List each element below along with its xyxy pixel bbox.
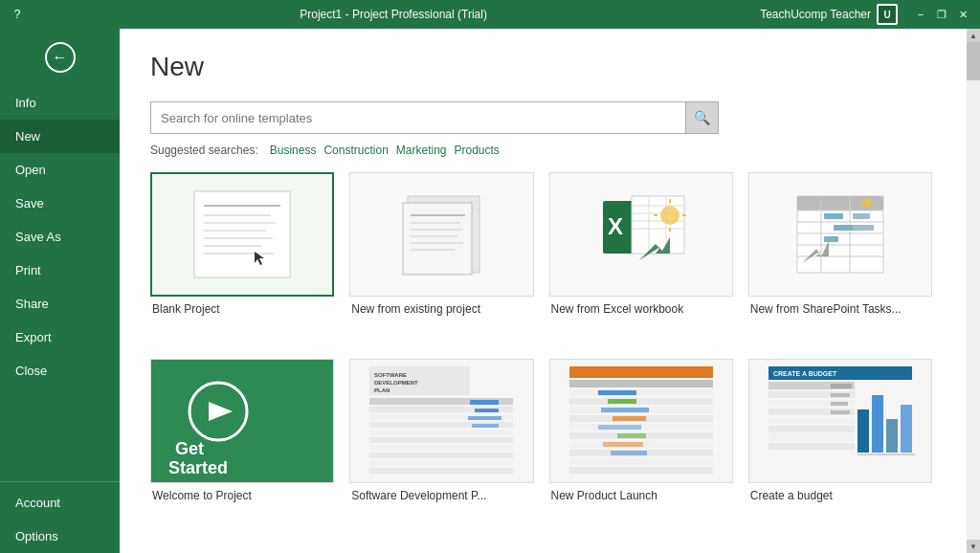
- budget-label: Create a budget: [748, 489, 932, 502]
- sidebar-item-open[interactable]: Open: [0, 153, 120, 187]
- svg-rect-74: [470, 400, 499, 405]
- budget-svg: CREATE A BUDGET: [764, 362, 917, 481]
- software-thumb: SOFTWARE DEVELOPMENT PLAN: [349, 359, 533, 483]
- svg-rect-113: [901, 405, 912, 453]
- software-svg: SOFTWARE DEVELOPMENT PLAN: [365, 362, 518, 481]
- suggested-products[interactable]: Products: [455, 144, 500, 157]
- close-button[interactable]: ✕: [953, 5, 972, 24]
- svg-rect-109: [768, 443, 855, 450]
- svg-rect-116: [831, 393, 850, 397]
- back-icon: ←: [45, 42, 76, 73]
- scrollbar-thumb[interactable]: [967, 42, 980, 80]
- sidebar-item-info[interactable]: Info: [0, 86, 120, 120]
- sidebar-item-export[interactable]: Export: [0, 321, 120, 354]
- search-button[interactable]: 🔍: [686, 101, 719, 134]
- template-welcome[interactable]: Get Started Welcome to Project: [150, 359, 334, 530]
- svg-rect-69: [369, 437, 513, 443]
- scroll-up-button[interactable]: ▲: [967, 29, 980, 42]
- sidebar-item-options[interactable]: Options: [0, 520, 120, 553]
- suggested-marketing[interactable]: Marketing: [396, 144, 447, 157]
- svg-rect-83: [569, 398, 713, 405]
- svg-rect-92: [617, 433, 646, 438]
- svg-rect-47: [824, 213, 843, 219]
- scroll-down-button[interactable]: ▼: [967, 540, 980, 553]
- template-grid: Blank Project: [150, 172, 936, 530]
- svg-text:Started: Started: [168, 458, 228, 477]
- budget-thumb: CREATE A BUDGET: [748, 359, 932, 483]
- svg-rect-96: [611, 451, 647, 455]
- svg-rect-80: [569, 380, 713, 387]
- svg-rect-49: [824, 236, 838, 242]
- svg-rect-108: [768, 434, 855, 441]
- svg-rect-98: [569, 467, 713, 474]
- sidebar-item-account[interactable]: Account: [0, 486, 120, 520]
- svg-rect-97: [569, 458, 713, 465]
- svg-text:Get: Get: [175, 439, 204, 458]
- welcome-label: Welcome to Project: [150, 489, 334, 502]
- existing-label: New from existing project: [349, 302, 533, 316]
- sidebar-item-print[interactable]: Print: [0, 254, 120, 287]
- content-area: New 🔍 Suggested searches: Business Const…: [120, 29, 967, 553]
- sidebar-divider: [0, 481, 120, 482]
- svg-rect-84: [608, 399, 636, 404]
- suggested-business[interactable]: Business: [270, 144, 317, 157]
- template-excel[interactable]: X: [549, 172, 733, 343]
- app-title: Project1 - Project Professional (Trial): [27, 8, 760, 21]
- svg-rect-76: [468, 416, 501, 420]
- sidebar-item-save-as[interactable]: Save As: [0, 220, 120, 254]
- existing-project-svg: [384, 182, 499, 287]
- svg-rect-111: [872, 395, 883, 453]
- welcome-thumb: Get Started: [150, 359, 334, 483]
- svg-rect-112: [886, 419, 898, 453]
- minimize-button[interactable]: −: [911, 5, 930, 24]
- product-launch-svg: [565, 362, 718, 481]
- template-existing[interactable]: New from existing project: [349, 172, 533, 343]
- product-launch-label: New Product Launch: [549, 489, 733, 502]
- svg-text:PLAN: PLAN: [374, 387, 390, 393]
- svg-rect-75: [475, 409, 499, 412]
- svg-rect-110: [858, 409, 869, 453]
- back-button[interactable]: ←: [0, 29, 120, 86]
- template-blank[interactable]: Blank Project: [150, 172, 334, 343]
- welcome-svg: Get Started: [161, 359, 323, 483]
- svg-rect-118: [831, 410, 850, 414]
- scrollbar: ▲ ▼: [967, 29, 980, 553]
- product-launch-thumb: [549, 359, 733, 483]
- sidebar-bottom: Account Options: [0, 477, 120, 553]
- suggested-searches: Suggested searches: Business Constructio…: [150, 144, 936, 157]
- svg-rect-70: [369, 445, 513, 451]
- svg-rect-106: [768, 417, 855, 424]
- svg-rect-86: [601, 408, 649, 412]
- svg-point-33: [660, 206, 679, 225]
- blank-project-svg: [189, 187, 295, 282]
- svg-text:X: X: [608, 213, 623, 239]
- excel-label: New from Excel workbook: [549, 302, 733, 316]
- svg-rect-50: [853, 213, 870, 219]
- template-product-launch[interactable]: New Product Launch: [549, 359, 733, 530]
- svg-text:CREATE A BUDGET: CREATE A BUDGET: [773, 370, 837, 377]
- page-title: New: [150, 52, 936, 82]
- sidebar-item-close[interactable]: Close: [0, 354, 120, 387]
- search-area: 🔍: [150, 101, 936, 134]
- svg-rect-77: [472, 424, 499, 428]
- restore-button[interactable]: ❐: [932, 5, 951, 24]
- sidebar-item-save[interactable]: Save: [0, 187, 120, 220]
- title-bar: ? Project1 - Project Professional (Trial…: [0, 0, 980, 29]
- help-button[interactable]: ?: [8, 5, 27, 24]
- content-inner: New 🔍 Suggested searches: Business Const…: [120, 29, 967, 553]
- svg-rect-94: [603, 442, 643, 447]
- template-sharepoint[interactable]: New from SharePoint Tasks...: [748, 172, 932, 343]
- sharepoint-svg: [783, 182, 898, 287]
- svg-rect-90: [598, 425, 641, 430]
- svg-rect-0: [194, 191, 290, 277]
- svg-rect-115: [831, 384, 852, 388]
- template-software[interactable]: SOFTWARE DEVELOPMENT PLAN: [349, 359, 533, 530]
- svg-rect-107: [768, 426, 855, 432]
- sidebar-item-share[interactable]: Share: [0, 287, 120, 321]
- sharepoint-thumb: [748, 172, 932, 297]
- search-input[interactable]: [150, 101, 686, 134]
- sidebar-nav: Info New Open Save Save As Print Share E…: [0, 86, 120, 477]
- template-budget[interactable]: CREATE A BUDGET: [748, 359, 932, 530]
- sidebar-item-new[interactable]: New: [0, 120, 120, 153]
- suggested-construction[interactable]: Construction: [323, 144, 388, 157]
